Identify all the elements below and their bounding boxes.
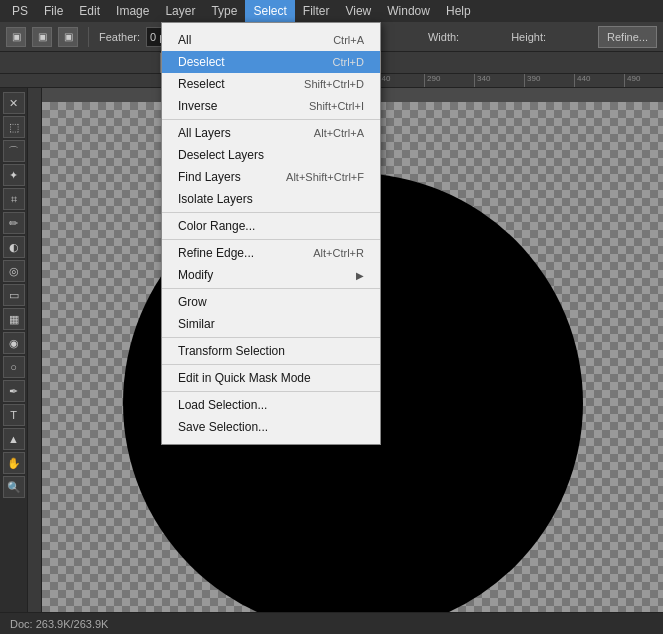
menu-item-refine-edge-shortcut: Alt+Ctrl+R xyxy=(313,247,364,259)
menu-ps[interactable]: PS xyxy=(4,0,36,22)
menu-group-8: Load Selection... Save Selection... xyxy=(162,392,380,440)
brush-tool[interactable]: ◐ xyxy=(3,236,25,258)
dodge-tool[interactable]: ○ xyxy=(3,356,25,378)
feather-label: Feather: xyxy=(99,31,140,43)
move-tool[interactable]: ✕ xyxy=(3,92,25,114)
menu-group-7: Edit in Quick Mask Mode xyxy=(162,365,380,392)
zoom-tool[interactable]: 🔍 xyxy=(3,476,25,498)
menu-item-reselect-label: Reselect xyxy=(178,77,225,91)
menu-item-find-layers[interactable]: Find Layers Alt+Shift+Ctrl+F xyxy=(162,166,380,188)
menu-item-similar[interactable]: Similar xyxy=(162,313,380,335)
menu-item-isolate-layers-label: Isolate Layers xyxy=(178,192,253,206)
menu-item-modify[interactable]: Modify ▶ xyxy=(162,264,380,286)
menu-item-isolate-layers[interactable]: Isolate Layers xyxy=(162,188,380,210)
refine-button[interactable]: Refine... xyxy=(598,26,657,48)
menu-item-all-layers-shortcut: Alt+Ctrl+A xyxy=(314,127,364,139)
menu-item-all-layers-label: All Layers xyxy=(178,126,231,140)
hand-tool[interactable]: ✋ xyxy=(3,452,25,474)
menu-item-quick-mask[interactable]: Edit in Quick Mask Mode xyxy=(162,367,380,389)
menu-type[interactable]: Type xyxy=(203,0,245,22)
menu-item-similar-label: Similar xyxy=(178,317,215,331)
menu-edit[interactable]: Edit xyxy=(71,0,108,22)
menu-item-modify-label: Modify xyxy=(178,268,213,282)
menu-item-deselect-shortcut: Ctrl+D xyxy=(333,56,364,68)
menu-group-3: Color Range... xyxy=(162,213,380,240)
tool-icon-2[interactable]: ▣ xyxy=(32,27,52,47)
menu-item-save-selection[interactable]: Save Selection... xyxy=(162,416,380,438)
menu-item-load-selection-label: Load Selection... xyxy=(178,398,267,412)
menu-group-2: All Layers Alt+Ctrl+A Deselect Layers Fi… xyxy=(162,120,380,213)
menu-item-deselect-label: Deselect xyxy=(178,55,225,69)
menu-item-refine-edge-label: Refine Edge... xyxy=(178,246,254,260)
menu-item-reselect[interactable]: Reselect Shift+Ctrl+D xyxy=(162,73,380,95)
crop-tool[interactable]: ⌗ xyxy=(3,188,25,210)
menu-item-refine-edge[interactable]: Refine Edge... Alt+Ctrl+R xyxy=(162,242,380,264)
menu-group-6: Transform Selection xyxy=(162,338,380,365)
status-bar: Doc: 263.9K/263.9K xyxy=(0,612,663,634)
shape-tool[interactable]: ▲ xyxy=(3,428,25,450)
menu-item-grow[interactable]: Grow xyxy=(162,291,380,313)
menu-bar: PS File Edit Image Layer Type Select Fil… xyxy=(0,0,663,22)
left-toolbar: ✕ ⬚ ⌒ ✦ ⌗ ✏ ◐ ◎ ▭ ▦ ◉ ○ ✒ T ▲ ✋ 🔍 xyxy=(0,88,28,612)
menu-group-1: All Ctrl+A Deselect Ctrl+D Reselect Shif… xyxy=(162,27,380,120)
clone-tool[interactable]: ◎ xyxy=(3,260,25,282)
ruler-mark: 340 xyxy=(474,74,490,87)
menu-item-deselect[interactable]: Deselect Ctrl+D xyxy=(162,51,380,73)
menu-layer[interactable]: Layer xyxy=(157,0,203,22)
menu-item-deselect-layers-label: Deselect Layers xyxy=(178,148,264,162)
menu-item-transform-selection-label: Transform Selection xyxy=(178,344,285,358)
options-separator xyxy=(88,27,89,47)
tool-icon-1[interactable]: ▣ xyxy=(6,27,26,47)
menu-item-all-layers[interactable]: All Layers Alt+Ctrl+A xyxy=(162,122,380,144)
menu-item-transform-selection[interactable]: Transform Selection xyxy=(162,340,380,362)
width-label: Width: xyxy=(428,31,459,43)
ruler-mark: 440 xyxy=(574,74,590,87)
menu-item-all[interactable]: All Ctrl+A xyxy=(162,29,380,51)
menu-item-inverse-shortcut: Shift+Ctrl+I xyxy=(309,100,364,112)
lasso-tool[interactable]: ⌒ xyxy=(3,140,25,162)
menu-item-all-shortcut: Ctrl+A xyxy=(333,34,364,46)
ruler-mark: 390 xyxy=(524,74,540,87)
menu-help[interactable]: Help xyxy=(438,0,479,22)
menu-group-4: Refine Edge... Alt+Ctrl+R Modify ▶ xyxy=(162,240,380,289)
menu-select[interactable]: Select xyxy=(245,0,294,22)
ruler-mark: 490 xyxy=(624,74,640,87)
eyedropper-tool[interactable]: ✏ xyxy=(3,212,25,234)
height-label: Height: xyxy=(511,31,546,43)
menu-view[interactable]: View xyxy=(337,0,379,22)
status-text: Doc: 263.9K/263.9K xyxy=(10,618,108,630)
menu-image[interactable]: Image xyxy=(108,0,157,22)
menu-group-5: Grow Similar xyxy=(162,289,380,338)
select-menu-dropdown: All Ctrl+A Deselect Ctrl+D Reselect Shif… xyxy=(161,22,381,445)
blur-tool[interactable]: ◉ xyxy=(3,332,25,354)
eraser-tool[interactable]: ▭ xyxy=(3,284,25,306)
text-tool[interactable]: T xyxy=(3,404,25,426)
menu-item-all-label: All xyxy=(178,33,191,47)
menu-filter[interactable]: Filter xyxy=(295,0,338,22)
menu-item-reselect-shortcut: Shift+Ctrl+D xyxy=(304,78,364,90)
gradient-tool[interactable]: ▦ xyxy=(3,308,25,330)
modify-arrow-icon: ▶ xyxy=(356,270,364,281)
menu-item-inverse-label: Inverse xyxy=(178,99,217,113)
menu-item-inverse[interactable]: Inverse Shift+Ctrl+I xyxy=(162,95,380,117)
menu-item-load-selection[interactable]: Load Selection... xyxy=(162,394,380,416)
menu-file[interactable]: File xyxy=(36,0,71,22)
menu-item-deselect-layers[interactable]: Deselect Layers xyxy=(162,144,380,166)
menu-item-quick-mask-label: Edit in Quick Mask Mode xyxy=(178,371,311,385)
pen-tool[interactable]: ✒ xyxy=(3,380,25,402)
menu-item-color-range-label: Color Range... xyxy=(178,219,255,233)
menu-item-color-range[interactable]: Color Range... xyxy=(162,215,380,237)
menu-item-save-selection-label: Save Selection... xyxy=(178,420,268,434)
marquee-tool[interactable]: ⬚ xyxy=(3,116,25,138)
ruler-vertical xyxy=(28,88,42,612)
menu-item-grow-label: Grow xyxy=(178,295,207,309)
tool-icon-3[interactable]: ▣ xyxy=(58,27,78,47)
menu-item-find-layers-shortcut: Alt+Shift+Ctrl+F xyxy=(286,171,364,183)
ruler-mark: 290 xyxy=(424,74,440,87)
menu-item-find-layers-label: Find Layers xyxy=(178,170,241,184)
menu-window[interactable]: Window xyxy=(379,0,438,22)
magic-wand-tool[interactable]: ✦ xyxy=(3,164,25,186)
